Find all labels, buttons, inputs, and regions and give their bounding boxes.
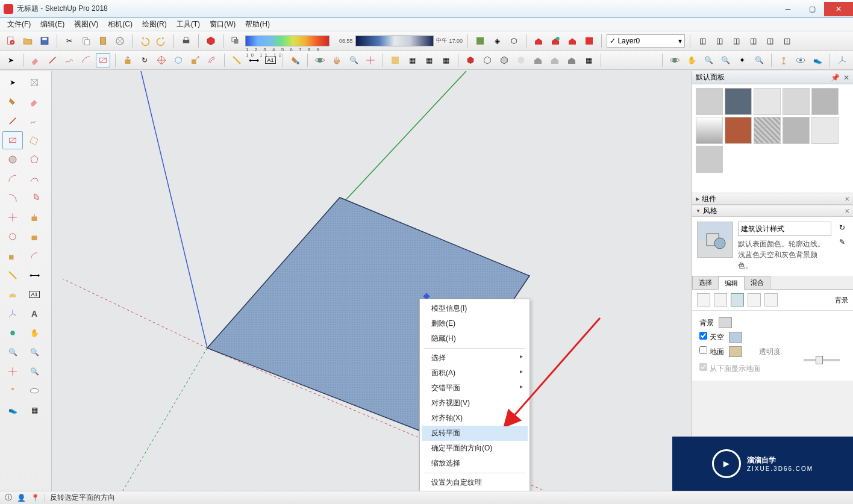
material-swatch[interactable]	[783, 117, 810, 144]
new-file-icon[interactable]	[4, 34, 18, 48]
lt-offset-icon[interactable]	[24, 247, 45, 265]
style-thumbnail[interactable]	[697, 222, 733, 258]
proj4-icon[interactable]: ◫	[746, 34, 760, 48]
lt-section-icon[interactable]: ▦	[24, 401, 45, 419]
tape-icon[interactable]	[230, 53, 244, 67]
proj6-icon[interactable]: ◫	[780, 34, 794, 48]
close-button[interactable]: ✕	[824, 2, 853, 16]
bg-settings-icon[interactable]	[731, 293, 744, 306]
ctx-reverse-faces[interactable]: 反转平面	[422, 426, 528, 441]
proj1-icon[interactable]: ◫	[695, 34, 710, 48]
geo-icon[interactable]	[473, 34, 487, 48]
time-slider[interactable]	[355, 36, 434, 46]
pin-icon[interactable]: 📌	[831, 73, 840, 82]
tab-select[interactable]: 选择	[692, 276, 719, 289]
month-slider[interactable]: 1 2 3 4 5 6 7 8 9 10 11 12	[245, 36, 330, 46]
scale-icon[interactable]	[188, 53, 202, 67]
maximize-button[interactable]: ▢	[800, 2, 824, 16]
ctx-zoom-selection[interactable]: 缩放选择	[422, 456, 528, 471]
zoom-icon[interactable]: 🔍	[346, 53, 361, 67]
ctx-hide[interactable]: 隐藏(H)	[422, 331, 528, 346]
lt-3dtext-icon[interactable]: A	[24, 305, 45, 323]
modeling-settings-icon[interactable]	[764, 293, 778, 306]
select-icon[interactable]: ➤	[4, 53, 18, 67]
menu-tools[interactable]: 工具(T)	[172, 18, 205, 31]
material-swatch[interactable]	[754, 88, 781, 115]
ground-color-swatch[interactable]	[729, 346, 742, 357]
cut-icon[interactable]: ✂	[62, 34, 77, 48]
ctx-area[interactable]: 面积(A)	[422, 366, 528, 381]
bg-color-swatch[interactable]	[719, 317, 732, 328]
copy-icon[interactable]	[79, 34, 93, 48]
section4-icon[interactable]: ▦	[439, 53, 453, 67]
style3-icon[interactable]	[497, 53, 511, 67]
lt-prev-icon[interactable]: 🔍	[24, 362, 45, 381]
watermark-settings-icon[interactable]	[748, 293, 761, 306]
arc-icon[interactable]	[79, 53, 93, 67]
style7-icon[interactable]	[564, 53, 579, 67]
menu-edit[interactable]: 编辑(E)	[36, 18, 69, 31]
paste-icon[interactable]	[96, 34, 110, 48]
lt-freehand-icon[interactable]	[24, 112, 45, 130]
lt-arc3-icon[interactable]	[2, 189, 23, 207]
shadow-toggle-icon[interactable]	[228, 34, 243, 48]
status-user-icon[interactable]: 👤	[17, 494, 26, 502]
lt-scale-icon[interactable]	[2, 247, 23, 265]
cam-zoomwin-icon[interactable]: 🔍	[718, 53, 733, 67]
lt-pan-icon[interactable]: ✋	[24, 324, 45, 342]
sky-checkbox[interactable]: 天空	[699, 330, 724, 344]
menu-window[interactable]: 窗口(W)	[205, 18, 240, 31]
section-icon[interactable]	[388, 53, 402, 67]
lt-select-icon[interactable]: ➤	[2, 73, 23, 92]
warehouse2-icon[interactable]	[548, 34, 563, 48]
lt-rect-icon[interactable]	[2, 131, 23, 149]
default-panel-header[interactable]: 默认面板 📌✕	[692, 71, 853, 84]
edge-settings-icon[interactable]	[697, 293, 710, 306]
warehouse3-icon[interactable]	[565, 34, 580, 48]
menu-view[interactable]: 视图(V)	[69, 18, 103, 31]
style2-icon[interactable]	[480, 53, 495, 67]
ground-checkbox[interactable]: 地面	[699, 344, 724, 359]
cam-prev-icon[interactable]: 🔍	[752, 53, 766, 67]
close-panel-icon[interactable]: ✕	[843, 73, 849, 82]
show-ground-checkbox[interactable]: 从下面显示地面	[699, 361, 760, 376]
rotate-icon[interactable]	[171, 53, 186, 67]
material-swatch[interactable]	[725, 117, 752, 144]
redo-icon[interactable]	[154, 34, 169, 48]
proj3-icon[interactable]: ◫	[729, 34, 743, 48]
move-icon[interactable]	[154, 53, 169, 67]
line-icon[interactable]	[45, 53, 60, 67]
tab-mix[interactable]: 混合	[744, 276, 770, 289]
geo2-icon[interactable]: ◈	[490, 34, 504, 48]
styles-section[interactable]: 风格✕	[692, 205, 853, 217]
ctx-orient-faces[interactable]: 确定平面的方向(O)	[422, 441, 528, 456]
cam-pan-icon[interactable]: ✋	[684, 53, 699, 67]
eraser-icon[interactable]	[28, 53, 43, 67]
material-swatch[interactable]	[754, 117, 781, 144]
menu-camera[interactable]: 相机(C)	[103, 18, 137, 31]
minimize-button[interactable]: ─	[776, 2, 800, 16]
model-icon[interactable]	[204, 34, 218, 48]
delete-icon[interactable]	[113, 34, 127, 48]
style8-icon[interactable]: ▦	[581, 53, 596, 67]
style-update-icon[interactable]: ↻	[836, 222, 848, 234]
offset-icon[interactable]	[205, 53, 219, 67]
lt-polygon-icon[interactable]	[24, 151, 45, 169]
menu-help[interactable]: 帮助(H)	[240, 18, 275, 31]
status-info-icon[interactable]: ⓘ	[5, 493, 12, 503]
lt-position-icon[interactable]	[2, 382, 23, 400]
lt-pie-icon[interactable]	[24, 189, 45, 207]
ctx-align-axes[interactable]: 对齐轴(X)	[422, 411, 528, 426]
cam-extents-icon[interactable]: ✦	[735, 53, 749, 67]
follow-icon[interactable]: ↻	[137, 53, 152, 67]
lt-dim-icon[interactable]: ⟷	[24, 266, 45, 284]
material-swatch[interactable]	[811, 88, 839, 115]
section3-icon[interactable]: ▦	[422, 53, 436, 67]
cam-orbit-icon[interactable]	[667, 53, 682, 67]
components-section[interactable]: 组件✕	[692, 193, 853, 205]
zoom-extents-icon[interactable]	[363, 53, 378, 67]
lt-eraser-icon[interactable]	[24, 93, 45, 111]
opacity-slider[interactable]	[804, 359, 840, 361]
lt-axes-icon[interactable]	[2, 305, 23, 323]
status-geo-icon[interactable]: 📍	[31, 494, 40, 502]
